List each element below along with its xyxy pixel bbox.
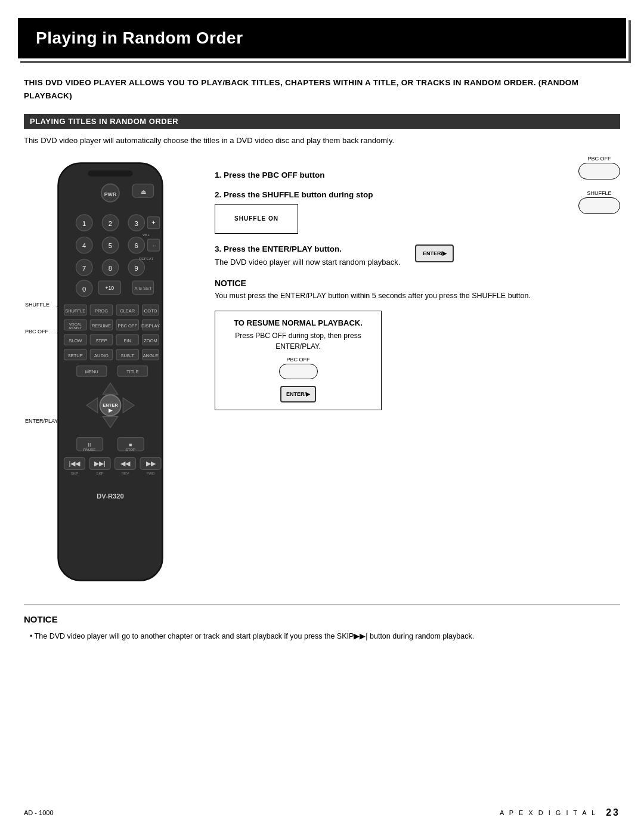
step2-title: 2. Press the SHUFFLE button during stop: [215, 190, 373, 199]
svg-text:+: +: [151, 219, 156, 226]
svg-text:⏏: ⏏: [141, 188, 146, 194]
svg-rect-1: [88, 171, 133, 176]
step3-text: The DVD video player will now start rand…: [215, 256, 400, 268]
svg-text:ASSIST: ASSIST: [69, 326, 82, 330]
svg-text:SKP: SKP: [96, 471, 104, 475]
main-content: SHUFFLE PBC OFF ENTER/PLAY PWR ⏏ 1: [24, 156, 620, 590]
svg-text:DV-R320: DV-R320: [97, 493, 124, 500]
svg-text:MENU: MENU: [85, 369, 98, 374]
remote-control: PWR ⏏ 1 2 3 + 4 5 6: [36, 156, 185, 590]
svg-text:◀◀: ◀◀: [120, 460, 131, 467]
svg-text:8: 8: [109, 264, 112, 271]
page-header: Playing in Random Order: [18, 18, 626, 58]
enter-button-illustration: ENTER/▶: [415, 244, 454, 262]
svg-text:SLOW: SLOW: [69, 337, 82, 343]
footer-ad-code: AD - 1000: [24, 809, 54, 816]
page-footer: AD - 1000 A P E X D I G I T A L 23: [24, 807, 620, 818]
svg-text:VBL: VBL: [143, 233, 150, 237]
svg-text:7: 7: [82, 264, 86, 271]
svg-text:▶▶|: ▶▶|: [94, 460, 106, 467]
svg-text:SUB-T: SUB-T: [121, 352, 135, 358]
shuffle-button-illustration: [578, 197, 620, 214]
svg-text:5: 5: [109, 242, 112, 249]
bottom-notice-section: NOTICE • The DVD video player will go to…: [24, 614, 620, 642]
pbc-off-button-illustration: [578, 163, 620, 179]
svg-text:FWD: FWD: [146, 471, 155, 475]
resume-pbc-label: PBC OFF: [227, 357, 369, 363]
svg-text:-: -: [153, 241, 155, 248]
svg-text:CLEAR: CLEAR: [120, 308, 135, 313]
svg-text:REV: REV: [122, 471, 130, 475]
bottom-notice-text: • The DVD video player will go to anothe…: [30, 630, 620, 642]
svg-text:SHUFFLE: SHUFFLE: [65, 308, 85, 313]
section-desc: This DVD video player will automatically…: [24, 135, 620, 147]
footer-brand: A P E X D I G I T A L: [500, 809, 597, 816]
svg-text:TITLE: TITLE: [126, 369, 138, 374]
svg-text:PWR: PWR: [104, 191, 117, 197]
svg-text:4: 4: [82, 242, 86, 249]
svg-text:|◀◀: |◀◀: [69, 460, 81, 467]
svg-text:GOTO: GOTO: [144, 308, 157, 313]
svg-text:ANGLE: ANGLE: [143, 352, 158, 358]
svg-text:SETUP: SETUP: [68, 352, 83, 358]
svg-text:RESUME: RESUME: [92, 323, 111, 328]
svg-text:SKP: SKP: [71, 471, 79, 475]
svg-text:AUDIO: AUDIO: [94, 352, 109, 358]
svg-text:▶: ▶: [109, 407, 113, 413]
footer-right: A P E X D I G I T A L 23: [500, 807, 620, 818]
resume-text: Press PBC OFF during stop, then press EN…: [227, 330, 369, 352]
svg-text:STEP: STEP: [95, 337, 107, 343]
pbc-off-label-small: PBC OFF: [587, 156, 611, 162]
resume-title: TO RESUME NORMAL PLAYBACK.: [227, 318, 369, 327]
svg-text:3: 3: [135, 219, 138, 227]
page-number: 23: [606, 807, 620, 818]
resume-enter-button: ENTER/▶: [280, 386, 316, 402]
svg-text:REPEAT: REPEAT: [139, 256, 154, 261]
notice-inline-text: You must press the ENTER/PLAY button wit…: [215, 290, 620, 302]
step-2: 2. Press the SHUFFLE button during stop …: [215, 190, 620, 234]
step-1: 1. Press the PBC OFF button PBC OFF: [215, 156, 620, 179]
svg-text:A-B SET: A-B SET: [134, 286, 152, 291]
page-title: Playing in Random Order: [36, 29, 243, 47]
pbc-off-button-area: PBC OFF: [578, 156, 620, 179]
svg-text:PROG: PROG: [95, 308, 108, 313]
instructions-area: 1. Press the PBC OFF button PBC OFF 2. P…: [209, 156, 620, 590]
svg-text:2: 2: [109, 219, 112, 227]
svg-text:1: 1: [82, 219, 86, 227]
svg-text:9: 9: [135, 264, 138, 271]
shuffle-label-small: SHUFFLE: [587, 190, 611, 196]
shuffle-on-display: SHUFFLE ON: [215, 204, 298, 234]
svg-text:PBC OFF: PBC OFF: [117, 323, 137, 328]
svg-text:6: 6: [135, 242, 138, 249]
intro-text: THIS DVD VIDEO PLAYER ALLOWS YOU TO PLAY…: [24, 76, 620, 102]
resume-pbc-button: [279, 364, 318, 379]
svg-text:ZOOM: ZOOM: [144, 337, 157, 343]
svg-text:STOP: STOP: [125, 447, 135, 451]
notice-inline-title: NOTICE: [215, 278, 620, 288]
svg-text:P/N: P/N: [123, 337, 131, 343]
svg-text:+10: +10: [105, 285, 114, 291]
step3-title: 3. Press the ENTER/PLAY button.: [215, 244, 400, 253]
step-3: 3. Press the ENTER/PLAY button. The DVD …: [215, 244, 620, 268]
svg-text:0: 0: [82, 285, 86, 292]
svg-text:PAUSE: PAUSE: [83, 447, 96, 451]
bottom-separator: [24, 605, 620, 605]
shuffle-button-area: SHUFFLE: [578, 190, 620, 214]
resume-box: TO RESUME NORMAL PLAYBACK. Press PBC OFF…: [215, 311, 382, 410]
remote-area: SHUFFLE PBC OFF ENTER/PLAY PWR ⏏ 1: [24, 156, 197, 590]
step1-title: 1. Press the PBC OFF button: [215, 170, 325, 179]
svg-text:▶▶: ▶▶: [146, 460, 156, 467]
svg-text:DISPLAY: DISPLAY: [141, 323, 160, 328]
notice-inline: NOTICE You must press the ENTER/PLAY but…: [215, 278, 620, 302]
bottom-notice-title: NOTICE: [24, 614, 620, 624]
section-header: PLAYING TITLES IN RANDOM ORDER: [24, 114, 620, 129]
